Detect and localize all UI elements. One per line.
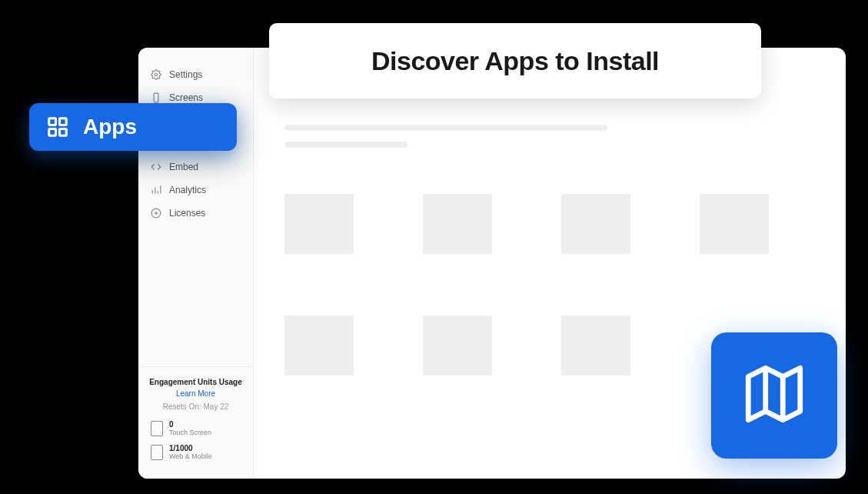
app-card-placeholder[interactable] [423,194,492,254]
code-icon [151,162,161,172]
chart-icon [151,185,161,195]
plus-circle-icon [151,208,161,219]
svg-rect-17 [49,129,56,136]
svg-rect-16 [60,129,67,136]
usage-stat-web: 1/1000 Web & Mobile [148,444,244,460]
usage-stat-touch: 0 Touch Screen [148,420,244,436]
app-card-placeholder[interactable] [423,315,492,376]
svg-rect-1 [154,93,158,102]
sidebar-item-label: Analytics [169,185,206,195]
svg-rect-14 [49,118,56,125]
sidebar-item-label: Licenses [169,208,205,219]
usage-label: Touch Screen [169,429,211,436]
sidebar-item-analytics[interactable]: Analytics [138,179,253,202]
usage-panel: Engagement Units Usage Learn More Resets… [138,366,253,479]
usage-value: 1/1000 [169,444,212,452]
usage-label: Web & Mobile [169,452,212,460]
card-row [284,194,815,254]
skeleton-line [284,125,607,131]
skeleton-line [284,142,407,148]
sidebar-item-embed[interactable]: Embed [138,155,253,179]
apps-badge-label: Apps [83,115,137,139]
svg-rect-15 [60,118,67,125]
svg-marker-18 [748,368,800,420]
app-card-placeholder[interactable] [561,315,630,376]
app-card-placeholder[interactable] [700,194,769,254]
gear-icon [151,69,161,80]
sidebar-item-licenses[interactable]: Licenses [138,202,253,225]
usage-title: Engagement Units Usage [148,378,244,386]
app-card-placeholder[interactable] [561,194,630,254]
apps-badge[interactable]: Apps [29,103,237,151]
app-card-placeholder[interactable] [284,315,354,376]
screen-icon [151,92,161,103]
learn-more-link[interactable]: Learn More [148,389,244,398]
map-icon [740,359,809,432]
resets-on-text: Resets On: May 22 [148,402,244,411]
map-badge[interactable] [711,332,837,459]
usage-value: 0 [169,420,211,429]
svg-point-0 [155,73,158,76]
device-icon [151,445,163,460]
page-title: Discover Apps to Install [371,46,659,76]
header-overlay: Discover Apps to Install [269,23,761,98]
app-card-placeholder[interactable] [284,194,354,254]
sidebar-item-settings[interactable]: Settings [138,63,253,86]
sidebar-item-label: Settings [169,69,202,80]
sidebar-item-label: Screens [169,92,203,103]
sidebar-item-label: Embed [169,162,198,172]
grid-icon [46,115,69,139]
device-icon [151,421,163,436]
